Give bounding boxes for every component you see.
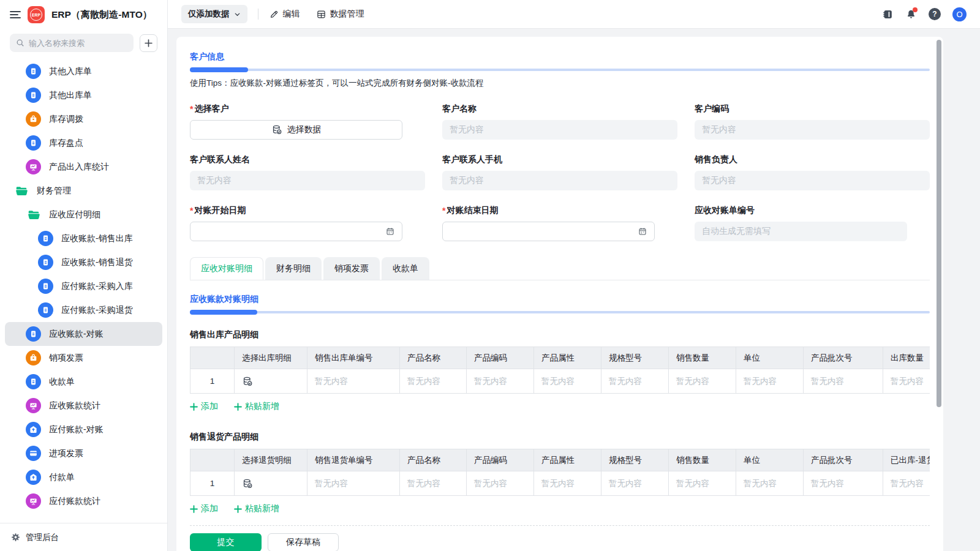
calendar-icon xyxy=(638,227,647,236)
journal-panel-icon[interactable] xyxy=(882,9,894,20)
field-sales-owner: 销售负责人 暂无内容 xyxy=(695,154,930,190)
column-header: 产品编码 xyxy=(467,347,534,369)
column-header: 选择退货明细 xyxy=(235,449,307,471)
field-label: 客户联系人手机 xyxy=(442,154,677,165)
cell-placeholder: 暂无内容 xyxy=(307,471,400,496)
table-wrap: 选择退货明细销售退货单编号产品名称产品编码产品属性规格型号销售数量单位产品批次号… xyxy=(190,449,930,496)
database-select-icon xyxy=(242,376,300,387)
sidebar-item-inventory-check[interactable]: 库存盘点 xyxy=(5,131,162,155)
table-action-paste-add[interactable]: 粘贴新增 xyxy=(234,503,279,514)
toolbox-icon xyxy=(26,350,41,365)
cell-placeholder: 暂无内容 xyxy=(804,369,883,394)
table-actions: 添加粘贴新增 xyxy=(190,503,930,514)
ar-statement-no-input: 自动生成无需填写 xyxy=(695,222,907,241)
sidebar-item-label: 应收账款-销售出库 xyxy=(61,233,133,244)
table-block-sales-outbound-products: 销售出库产品明细 选择出库明细销售出库单编号产品名称产品编码产品属性规格型号销售… xyxy=(190,329,930,412)
progress-segment xyxy=(190,310,257,315)
table-row: 1 暂无内容暂无内容暂无内容暂无内容暂无内容暂无内容暂无内容暂无内容暂无内容 xyxy=(190,369,930,394)
row-index: 1 xyxy=(190,471,235,496)
admin-backend-label: 管理后台 xyxy=(26,532,59,543)
tab-sales-invoice[interactable]: 销项发票 xyxy=(323,257,380,280)
sidebar-header: ERP ERP（离散制造-MTO） xyxy=(0,0,167,29)
sidebar-item-other-inbound-order[interactable]: 其他入库单 xyxy=(5,59,162,83)
action-label: 添加 xyxy=(201,503,218,514)
row-select-data-cell[interactable] xyxy=(235,369,307,394)
admin-backend-button[interactable]: 管理后台 xyxy=(0,523,167,551)
data-manage-button[interactable]: 数据管理 xyxy=(316,9,364,20)
column-header: 产品编码 xyxy=(467,449,534,471)
sidebar-item-ar-stats[interactable]: 应收账款统计 xyxy=(5,394,162,418)
row-index: 1 xyxy=(190,369,235,394)
field-reconcile-end-date: *对账结束日期 xyxy=(442,205,677,241)
detail-tabs: 应收对账明细 财务明细 销项发票 收款单 xyxy=(190,257,930,280)
progress-segment xyxy=(190,67,248,72)
sidebar: ERP ERP（离散制造-MTO） 其他入库单 其他出库单 库存调拨 xyxy=(0,0,168,551)
help-icon[interactable]: ? xyxy=(929,8,941,20)
stats-chart-icon xyxy=(26,493,41,509)
tab-receipt-order[interactable]: 收款单 xyxy=(382,257,429,280)
table-action-paste-add[interactable]: 粘贴新增 xyxy=(234,401,279,412)
field-label: 销售负责人 xyxy=(695,154,930,165)
field-reconcile-start-date: *对账开始日期 xyxy=(190,205,425,241)
invoice-card-icon xyxy=(26,446,41,461)
add-new-button[interactable] xyxy=(140,34,157,52)
sidebar-item-inventory-transfer[interactable]: 库存调拨 xyxy=(5,107,162,131)
toolbar-divider xyxy=(258,9,258,20)
database-select-icon xyxy=(271,124,282,135)
user-avatar[interactable]: O xyxy=(952,7,967,21)
customer-contact-phone-input: 暂无内容 xyxy=(442,171,677,190)
sidebar-item-ap-reconciliation[interactable]: 应付账款-对账 xyxy=(5,418,162,441)
notification-bell-icon[interactable] xyxy=(905,9,917,20)
field-customer-name: 客户名称 暂无内容 xyxy=(442,103,677,140)
cell-placeholder: 暂无内容 xyxy=(307,369,400,394)
edit-button[interactable]: 编辑 xyxy=(269,9,300,20)
card-scrollbar[interactable] xyxy=(937,40,941,407)
reconcile-end-date-input[interactable] xyxy=(442,222,655,241)
document-icon xyxy=(38,279,53,294)
add-data-mode-button[interactable]: 仅添加数据 xyxy=(181,5,247,23)
sidebar-item-other-outbound-order[interactable]: 其他出库单 xyxy=(5,83,162,107)
sidebar-item-product-io-stats[interactable]: 产品出入库统计 xyxy=(5,155,162,179)
sidebar-item-ap-purchase-inbound[interactable]: 应付账款-采购入库 xyxy=(5,274,162,298)
cell-placeholder: 暂无内容 xyxy=(400,471,467,496)
plus-icon xyxy=(234,505,242,513)
sidebar-item-ar-reconciliation[interactable]: 应收账款-对账 xyxy=(5,322,162,346)
app-logo-text: ERP xyxy=(30,9,42,21)
reconcile-start-date-input[interactable] xyxy=(190,222,402,241)
search-input[interactable] xyxy=(29,39,127,48)
sidebar-item-ar-sales-outbound[interactable]: 应收账款-销售出库 xyxy=(5,227,162,250)
search-icon xyxy=(16,39,24,47)
cell-placeholder: 暂无内容 xyxy=(669,369,736,394)
sidebar-item-sales-invoice[interactable]: 销项发票 xyxy=(5,346,162,370)
sidebar-item-ar-ap-detail[interactable]: 应收应付明细 xyxy=(5,203,162,227)
row-select-data-cell[interactable] xyxy=(235,471,307,496)
table-action-add[interactable]: 添加 xyxy=(190,503,218,514)
select-customer-select-data-button[interactable]: 选择数据 xyxy=(190,120,402,140)
column-header: 销售数量 xyxy=(669,347,736,369)
table-action-add[interactable]: 添加 xyxy=(190,401,218,412)
sidebar-item-ap-purchase-return[interactable]: 应付账款-采购退货 xyxy=(5,298,162,322)
search-box[interactable] xyxy=(10,34,134,52)
sidebar-item-ap-stats[interactable]: 应付账款统计 xyxy=(5,489,162,513)
sidebar-item-label: 库存盘点 xyxy=(49,138,83,149)
save-draft-button[interactable]: 保存草稿 xyxy=(268,533,339,551)
sidebar-item-ar-sales-return[interactable]: 应收账款-销售退货 xyxy=(5,250,162,274)
tab-ar-reconciliation-detail[interactable]: 应收对账明细 xyxy=(190,257,263,280)
tab-finance-detail[interactable]: 财务明细 xyxy=(265,257,322,280)
hamburger-menu-icon[interactable] xyxy=(10,10,21,19)
cell-placeholder: 暂无内容 xyxy=(534,471,601,496)
footer-buttons: 提交 保存草稿 xyxy=(190,533,930,551)
field-label: 客户编码 xyxy=(695,103,930,114)
folder-icon xyxy=(26,207,41,222)
cell-placeholder: 暂无内容 xyxy=(883,369,930,394)
sidebar-item-payment-order[interactable]: 付款单 xyxy=(5,465,162,489)
sidebar-item-label: 应付账款-对账 xyxy=(49,424,104,435)
field-placeholder: 暂无内容 xyxy=(702,124,736,135)
sidebar-item-finance-management[interactable]: 财务管理 xyxy=(5,179,162,203)
field-label: *选择客户 xyxy=(190,103,425,114)
sidebar-item-label: 应付账款统计 xyxy=(49,496,100,507)
field-placeholder: 暂无内容 xyxy=(450,124,484,135)
sidebar-item-receipt-order[interactable]: 收款单 xyxy=(5,370,162,394)
submit-button[interactable]: 提交 xyxy=(190,533,262,551)
sidebar-item-purchase-invoice[interactable]: 进项发票 xyxy=(5,441,162,465)
